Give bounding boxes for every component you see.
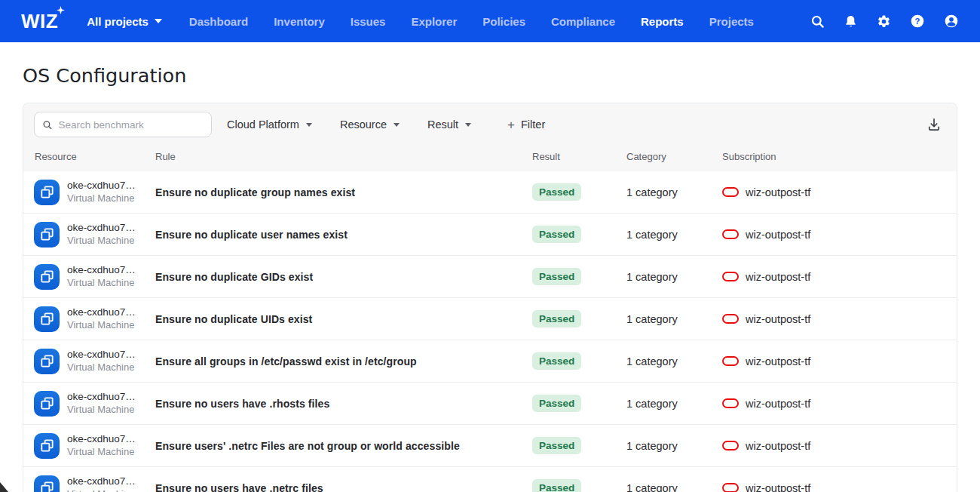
resource-cell: oke-cxdhuo7… Virtual Machine (23, 433, 155, 459)
oracle-cloud-icon (722, 314, 739, 324)
table-row[interactable]: oke-cxdhuo7… Virtual Machine Ensure user… (23, 425, 957, 467)
subscription-cell: wiz-outpost-tf (722, 398, 957, 410)
nav-item-explorer[interactable]: Explorer (411, 15, 457, 28)
virtual-machine-icon (34, 180, 60, 205)
resource-name[interactable]: oke-cxdhuo7… (67, 264, 136, 277)
resource-name[interactable]: oke-cxdhuo7… (67, 180, 136, 192)
oracle-cloud-icon (722, 398, 739, 408)
project-selector[interactable]: All projects (87, 15, 162, 28)
resource-name[interactable]: oke-cxdhuo7… (67, 222, 136, 235)
category-text: 1 category (626, 229, 722, 241)
resource-name[interactable]: oke-cxdhuo7… (67, 306, 136, 319)
nav-item-inventory[interactable]: Inventory (274, 15, 325, 28)
table-body: oke-cxdhuo7… Virtual Machine Ensure no d… (23, 171, 957, 492)
rule-text[interactable]: Ensure no users have .netrc files (155, 482, 532, 492)
resource-type: Virtual Machine (67, 235, 136, 247)
add-filter-label: Filter (521, 118, 545, 131)
resource-type: Virtual Machine (67, 488, 136, 492)
virtual-machine-icon (34, 264, 60, 290)
nav-item-policies[interactable]: Policies (482, 15, 525, 28)
search-input[interactable] (59, 119, 204, 131)
nav-item-dashboard[interactable]: Dashboard (189, 15, 248, 28)
category-text: 1 category (626, 186, 722, 198)
filter-dropdown-cloud-platform[interactable]: Cloud Platform (227, 118, 312, 131)
resource-type: Virtual Machine (67, 361, 136, 374)
account-icon[interactable] (944, 14, 959, 29)
oracle-cloud-icon (722, 272, 739, 281)
resource-name[interactable]: oke-cxdhuo7… (67, 433, 136, 446)
column-header-result[interactable]: Result (532, 151, 626, 162)
column-header-category[interactable]: Category (626, 151, 722, 162)
mouse-cursor (0, 482, 8, 492)
filter-bar: Cloud PlatformResourceResult + Filter (23, 103, 957, 144)
rule-text[interactable]: Ensure no duplicate GIDs exist (155, 271, 532, 283)
result-badge: Passed (532, 437, 581, 454)
table-row[interactable]: oke-cxdhuo7… Virtual Machine Ensure no d… (23, 256, 957, 298)
subscription-cell: wiz-outpost-tf (722, 313, 957, 325)
resource-name[interactable]: oke-cxdhuo7… (67, 349, 136, 361)
settings-icon[interactable] (877, 14, 891, 29)
resource-cell: oke-cxdhuo7… Virtual Machine (23, 222, 155, 248)
rule-text[interactable]: Ensure no duplicate user names exist (155, 229, 532, 241)
category-text: 1 category (626, 482, 722, 492)
search-benchmark-box[interactable] (34, 112, 212, 137)
rule-text[interactable]: Ensure users' .netrc Files are not group… (155, 440, 532, 452)
subscription-cell: wiz-outpost-tf (722, 186, 957, 198)
nav-item-compliance[interactable]: Compliance (551, 15, 615, 28)
resource-cell: oke-cxdhuo7… Virtual Machine (23, 349, 155, 374)
nav-item-issues[interactable]: Issues (351, 15, 386, 28)
column-header-resource[interactable]: Resource (23, 151, 155, 162)
virtual-machine-icon (34, 306, 60, 332)
page-title: OS Configuration (23, 64, 980, 87)
table-row[interactable]: oke-cxdhuo7… Virtual Machine Ensure no d… (23, 298, 957, 340)
add-filter-button[interactable]: + Filter (507, 118, 545, 131)
result-badge: Passed (532, 352, 581, 370)
main-nav: DashboardInventoryIssuesExplorerPolicies… (189, 15, 754, 28)
rule-text[interactable]: Ensure no duplicate UIDs exist (155, 313, 532, 325)
virtual-machine-icon (34, 433, 60, 459)
resource-cell: oke-cxdhuo7… Virtual Machine (23, 264, 155, 290)
nav-item-reports[interactable]: Reports (641, 15, 684, 28)
column-header-subscription[interactable]: Subscription (722, 151, 957, 162)
top-navbar: WIZ All projects DashboardInventoryIssue… (0, 0, 980, 42)
resource-name[interactable]: oke-cxdhuo7… (67, 391, 136, 404)
rule-text[interactable]: Ensure no users have .rhosts files (155, 398, 532, 410)
project-selector-label: All projects (87, 15, 149, 28)
filter-dropdown-resource[interactable]: Resource (340, 118, 400, 131)
resource-cell: oke-cxdhuo7… Virtual Machine (23, 180, 155, 205)
filter-dropdown-result[interactable]: Result (427, 118, 471, 131)
notifications-icon[interactable] (844, 14, 858, 29)
resource-type: Virtual Machine (67, 277, 136, 289)
subscription-name: wiz-outpost-tf (746, 186, 810, 198)
chevron-down-icon (465, 123, 471, 127)
download-button[interactable] (926, 117, 942, 132)
column-header-rule[interactable]: Rule (155, 151, 532, 162)
subscription-cell: wiz-outpost-tf (722, 482, 957, 492)
table-row[interactable]: oke-cxdhuo7… Virtual Machine Ensure no d… (23, 214, 957, 256)
table-row[interactable]: oke-cxdhuo7… Virtual Machine Ensure all … (23, 340, 957, 383)
virtual-machine-icon (34, 222, 60, 248)
subscription-cell: wiz-outpost-tf (722, 355, 957, 367)
resource-name[interactable]: oke-cxdhuo7… (67, 475, 136, 488)
result-badge: Passed (532, 479, 581, 492)
subscription-name: wiz-outpost-tf (746, 229, 810, 241)
table-row[interactable]: oke-cxdhuo7… Virtual Machine Ensure no d… (23, 171, 957, 214)
rule-text[interactable]: Ensure all groups in /etc/passwd exist i… (155, 355, 532, 367)
virtual-machine-icon (34, 475, 60, 492)
table-row[interactable]: oke-cxdhuo7… Virtual Machine Ensure no u… (23, 467, 957, 492)
table-row[interactable]: oke-cxdhuo7… Virtual Machine Ensure no u… (23, 383, 957, 425)
resource-type: Virtual Machine (67, 192, 136, 204)
search-icon[interactable] (810, 14, 825, 29)
rule-text[interactable]: Ensure no duplicate group names exist (155, 186, 532, 198)
subscription-name: wiz-outpost-tf (746, 271, 810, 283)
subscription-name: wiz-outpost-tf (746, 482, 810, 492)
oracle-cloud-icon (722, 483, 739, 492)
help-icon[interactable]: ? (910, 14, 925, 29)
plus-icon: + (507, 118, 515, 131)
resource-type: Virtual Machine (67, 404, 136, 416)
nav-item-projects[interactable]: Projects (709, 15, 754, 28)
result-badge: Passed (532, 183, 581, 201)
wiz-logo[interactable]: WIZ (21, 11, 58, 31)
resource-cell: oke-cxdhuo7… Virtual Machine (23, 475, 155, 492)
subscription-name: wiz-outpost-tf (746, 313, 810, 325)
